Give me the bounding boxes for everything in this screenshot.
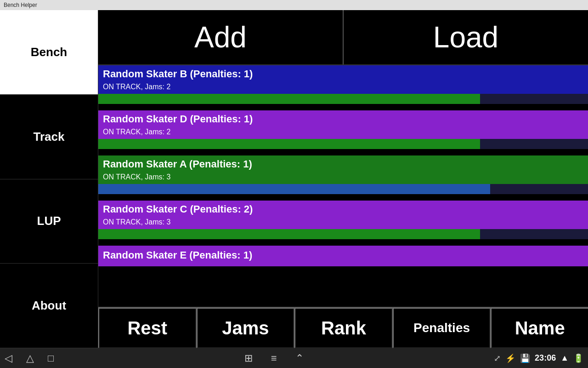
recents-icon[interactable]: □ — [48, 352, 54, 364]
storage-icon: 💾 — [520, 353, 530, 363]
wifi-icon: ▲ — [560, 353, 569, 363]
bottom-nav-bar: ◁ △ □ ⊞ ≡ ⌃ ⤢ ⚡ 💾 23:06 ▲ 🔋 — [0, 348, 588, 368]
expand-icon: ⤢ — [494, 353, 501, 363]
skater-name: Random Skater D (Penalties: 1) — [98, 110, 588, 127]
app-title: Bench Helper — [4, 2, 37, 8]
load-button[interactable]: Load — [344, 10, 588, 64]
list-item[interactable]: Random Skater B (Penalties: 1) ON TRACK,… — [98, 65, 588, 104]
sort-penalties-button[interactable]: Penalties — [393, 308, 491, 348]
skater-status: ON TRACK, Jams: 3 — [98, 217, 588, 229]
home-icon[interactable]: △ — [26, 352, 34, 364]
up-icon[interactable]: ⌃ — [295, 352, 304, 364]
sort-jams-button[interactable]: Jams — [197, 308, 295, 348]
sidebar-item-lup[interactable]: LUP — [0, 179, 98, 264]
sort-rest-button[interactable]: Rest — [98, 308, 197, 348]
back-icon[interactable]: ◁ — [5, 352, 12, 364]
skater-status: ON TRACK, Jams: 3 — [98, 172, 588, 184]
battery-icon: 🔋 — [573, 353, 583, 363]
nav-icons-right: ⤢ ⚡ 💾 23:06 ▲ 🔋 — [494, 353, 583, 363]
sidebar: Bench Track LUP About — [0, 10, 98, 348]
clock: 23:06 — [535, 353, 556, 363]
list-item[interactable]: Random Skater C (Penalties: 2) ON TRACK,… — [98, 201, 588, 239]
skater-name: Random Skater B (Penalties: 1) — [98, 65, 588, 82]
sidebar-item-bench[interactable]: Bench — [0, 10, 98, 95]
sort-rank-button[interactable]: Rank — [294, 308, 393, 348]
content-area: Add Load Random Skater B (Penalties: 1) … — [98, 10, 588, 348]
grid-icon[interactable]: ⊞ — [244, 352, 253, 364]
nav-icons-left: ◁ △ □ — [5, 352, 54, 364]
main-layout: Bench Track LUP About Add Load Random Sk… — [0, 10, 588, 348]
nav-icons-center: ⊞ ≡ ⌃ — [244, 352, 304, 364]
menu-icon[interactable]: ≡ — [271, 352, 277, 364]
usb-icon: ⚡ — [505, 353, 515, 363]
list-item[interactable]: Random Skater E (Penalties: 1) — [98, 246, 588, 266]
sort-bar: Rest Jams Rank Penalties Name — [98, 307, 588, 348]
skater-name: Random Skater A (Penalties: 1) — [98, 155, 588, 172]
sidebar-item-about[interactable]: About — [0, 264, 98, 348]
skater-status: ON TRACK, Jams: 2 — [98, 82, 588, 94]
list-item[interactable]: Random Skater A (Penalties: 1) ON TRACK,… — [98, 155, 588, 194]
list-item[interactable]: Random Skater D (Penalties: 1) ON TRACK,… — [98, 110, 588, 149]
skater-name: Random Skater C (Penalties: 2) — [98, 201, 588, 217]
skater-list: Random Skater B (Penalties: 1) ON TRACK,… — [98, 65, 588, 307]
sort-name-button[interactable]: Name — [491, 308, 588, 348]
top-buttons: Add Load — [98, 10, 588, 65]
title-bar: Bench Helper — [0, 0, 588, 10]
sidebar-item-track[interactable]: Track — [0, 95, 98, 179]
add-button[interactable]: Add — [98, 10, 344, 64]
skater-status: ON TRACK, Jams: 2 — [98, 127, 588, 139]
